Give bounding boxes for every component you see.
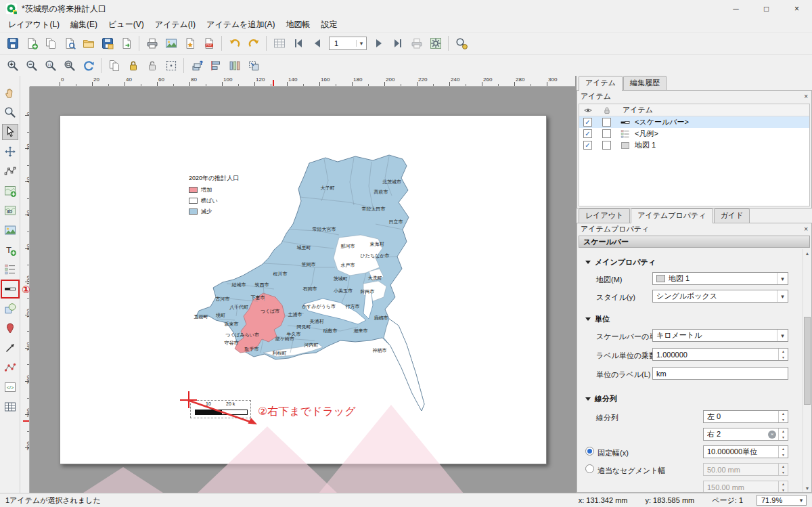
map-select[interactable]: 地図 1 ▾ (652, 272, 788, 285)
zoom-out-button[interactable] (22, 56, 41, 74)
scalebar-unit-select[interactable]: キロメートル ▾ (652, 329, 788, 342)
tool-add-html[interactable]: </> (2, 379, 18, 395)
resize-items-button[interactable] (244, 56, 263, 74)
add-items-from-template-button[interactable] (117, 35, 135, 53)
print-atlas-button[interactable] (407, 35, 426, 53)
chevron-down-icon[interactable]: ▾ (777, 273, 788, 284)
tool-edit-nodes[interactable] (2, 163, 18, 179)
open-folder-button[interactable] (79, 35, 97, 53)
tool-add-picture[interactable] (2, 222, 18, 238)
tool-zoom[interactable] (2, 104, 18, 120)
item-row[interactable]: ✓<凡例> (579, 128, 809, 139)
label-multiplier-spinbox[interactable]: 1.000000 ▲▼ (652, 348, 788, 361)
layout-properties-button[interactable] (452, 35, 470, 53)
menu-item[interactable]: 設定 (316, 18, 343, 32)
segments-left-spinbox[interactable]: 左 0 ▲▼ (703, 410, 788, 423)
lock-items-button[interactable] (124, 56, 142, 74)
maximize-button[interactable]: □ (751, 0, 782, 18)
tool-add-legend[interactable] (2, 261, 18, 278)
scrollbar[interactable]: ▲ ▼ (803, 249, 811, 492)
tool-add-node-item[interactable] (2, 359, 18, 376)
segments-right-spinbox[interactable]: 右 2 × ▲▼ (703, 428, 788, 441)
close-panel-icon[interactable]: × (804, 225, 808, 233)
undo-button[interactable] (225, 35, 244, 53)
visibility-checkbox[interactable]: ✓ (583, 129, 592, 138)
scroll-up-icon[interactable]: ▲ (803, 249, 811, 257)
menu-item[interactable]: アイテム(I) (150, 18, 201, 32)
unit-suffix-field[interactable]: km (652, 367, 788, 380)
tab-active[interactable]: アイテムプロパティ (631, 208, 713, 223)
tool-add-label[interactable]: T (2, 242, 18, 258)
lock-checkbox[interactable] (602, 129, 611, 138)
zoom-actual-button[interactable]: 1:1 (41, 56, 60, 74)
section-segments[interactable]: 線分列 (585, 394, 617, 404)
tab-inactive[interactable]: レイアウト (579, 208, 630, 223)
atlas-first-button[interactable] (289, 35, 307, 53)
spin-arrows-icon[interactable]: ▲▼ (778, 446, 788, 458)
atlas-preview-button[interactable] (270, 35, 288, 53)
atlas-settings-button[interactable] (426, 35, 445, 53)
lock-checkbox[interactable] (602, 118, 611, 127)
zoom-full-button[interactable] (60, 56, 78, 74)
fixed-width-spinbox[interactable]: 10.000000単位 ▲▼ (703, 445, 788, 458)
tool-add-scalebar[interactable] (2, 281, 18, 297)
tool-add-arrow[interactable] (2, 340, 18, 356)
zoom-in-button[interactable] (3, 56, 22, 74)
visibility-checkbox[interactable]: ✓ (583, 141, 592, 150)
item-row[interactable]: ✓<スケールバー> (579, 116, 809, 128)
close-panel-icon[interactable]: × (804, 93, 808, 100)
tool-select-move[interactable] (2, 124, 18, 140)
section-units[interactable]: 単位 (585, 314, 610, 324)
atlas-last-button[interactable] (388, 35, 407, 53)
tool-move-item-content[interactable] (2, 144, 18, 160)
copy-items-button[interactable] (105, 56, 123, 74)
fit-segment-radio[interactable] (585, 464, 594, 473)
tool-add-3d-map[interactable]: 3D (2, 202, 18, 219)
menu-item[interactable]: 地図帳 (281, 18, 316, 32)
tab-inactive[interactable]: ガイド (714, 208, 750, 223)
tab-active[interactable]: アイテム (579, 76, 623, 91)
redo-button[interactable] (244, 35, 263, 53)
atlas-next-button[interactable] (369, 35, 388, 53)
tool-add-shape[interactable] (2, 301, 18, 317)
save-as-template-button[interactable] (98, 35, 116, 53)
menu-item[interactable]: アイテムを追加(A) (201, 18, 280, 32)
refresh-view-button[interactable] (79, 56, 97, 74)
raise-items-button[interactable] (187, 56, 206, 74)
unlock-items-button[interactable] (143, 56, 161, 74)
spin-arrows-icon[interactable]: ▲▼ (778, 411, 788, 422)
close-button[interactable]: × (782, 0, 812, 18)
chevron-down-icon[interactable]: ▾ (777, 290, 788, 302)
item-row[interactable]: ✓地図 1 (579, 139, 809, 151)
titlebar[interactable]: *茨城県の将来推計人口 ─ □ × (0, 0, 812, 18)
duplicate-layout-button[interactable] (41, 35, 60, 53)
export-svg-button[interactable] (181, 35, 199, 53)
spin-arrows-icon[interactable]: ▲▼ (778, 428, 788, 440)
section-main-properties[interactable]: メインプロパティ (585, 257, 656, 267)
clear-icon[interactable]: × (768, 431, 776, 439)
tool-add-attribute-table[interactable] (2, 399, 18, 415)
scrollbar-thumb[interactable] (804, 317, 811, 405)
tool-pan[interactable] (2, 85, 18, 101)
export-image-button[interactable] (162, 35, 180, 53)
style-select[interactable]: シングルボックス ▾ (652, 290, 788, 303)
spin-arrows-icon[interactable]: ▲▼ (778, 349, 788, 360)
align-items-button[interactable] (206, 56, 225, 74)
new-layout-button[interactable] (22, 35, 41, 53)
tool-add-marker[interactable] (2, 320, 18, 336)
atlas-page-combo[interactable]: 1▾ (329, 37, 367, 50)
legend-item[interactable]: 2020年の推計人口 増加横ばい減少 (189, 174, 239, 215)
tab-inactive[interactable]: 編集履歴 (623, 76, 667, 90)
export-pdf-button[interactable]: PDF (200, 35, 218, 53)
minimize-button[interactable]: ─ (721, 0, 751, 18)
distribute-items-button[interactable] (225, 56, 244, 74)
menu-item[interactable]: レイアウト(L) (3, 18, 65, 32)
menu-item[interactable]: 編集(E) (65, 18, 103, 32)
chevron-down-icon[interactable]: ▾ (777, 330, 788, 341)
save-project-button[interactable] (3, 35, 22, 53)
visibility-checkbox[interactable]: ✓ (583, 118, 592, 127)
scroll-down-icon[interactable]: ▼ (803, 484, 811, 492)
layout-canvas[interactable]: 北茨城市大子町高萩市常陸太田市日立市常陸大宮市城里町那珂市東海村ひたちなか市笠間… (30, 87, 575, 493)
print-layout-button[interactable] (143, 35, 161, 53)
layout-manager-button[interactable] (60, 35, 78, 53)
